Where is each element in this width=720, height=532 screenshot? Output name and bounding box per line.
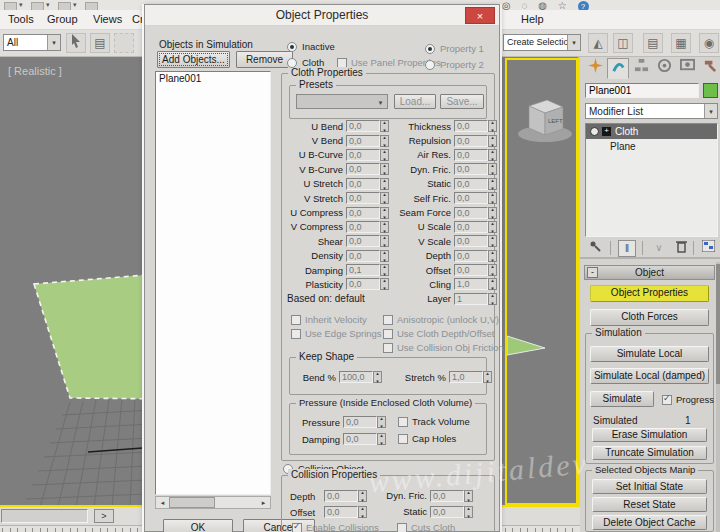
value-field[interactable]: 0,0 xyxy=(346,120,380,132)
checkbox-icon[interactable] xyxy=(292,523,302,532)
select-by-name-icon[interactable]: ▤ xyxy=(90,33,110,53)
tab-motion[interactable] xyxy=(653,58,675,79)
checkbox-icon[interactable] xyxy=(291,315,301,325)
save-button[interactable]: Save... xyxy=(440,94,484,109)
value-field[interactable]: 0,0 xyxy=(454,163,488,175)
spinner-arrows-icon[interactable] xyxy=(488,120,497,132)
spinner-arrows-icon[interactable] xyxy=(488,135,497,147)
selection-region-icon[interactable] xyxy=(114,33,134,53)
named-selection-set-combo[interactable]: Create Selection Se▾ xyxy=(503,34,581,51)
simulate-local-button[interactable]: Simulate Local xyxy=(590,346,709,362)
tab-create[interactable] xyxy=(584,58,606,79)
chevron-down-icon[interactable]: ▾ xyxy=(567,35,580,50)
value-field[interactable]: 0,0 xyxy=(454,264,488,276)
spinner-arrows-icon[interactable] xyxy=(488,235,497,247)
value-field[interactable]: 100,0 xyxy=(339,371,373,383)
checkbox-anisotropic-unlock-u-v-[interactable]: Anisotropic (unlock U,V) xyxy=(383,314,504,328)
value-field[interactable]: 0,0 xyxy=(454,250,488,262)
checkbox-enable-collisions[interactable]: Enable Collisions xyxy=(292,522,379,532)
tab-modify[interactable] xyxy=(607,58,629,79)
progress-checkbox[interactable]: Progress xyxy=(662,394,714,408)
value-field[interactable]: 0,0 xyxy=(346,192,380,204)
presets-dropdown[interactable]: ▾ xyxy=(296,94,388,109)
show-end-result-icon[interactable]: ‖ xyxy=(618,240,636,257)
spinner-arrows-icon[interactable] xyxy=(380,278,389,290)
radio-icon[interactable] xyxy=(425,44,435,54)
value-field[interactable]: 0,0 xyxy=(454,221,488,233)
spinner-arrows-icon[interactable] xyxy=(488,278,497,290)
selection-filter-dropdown[interactable]: All▾ xyxy=(3,34,61,51)
spinner-arrows-icon[interactable] xyxy=(483,371,492,383)
button-reset-state[interactable]: Reset State xyxy=(592,497,707,512)
checkbox-icon[interactable] xyxy=(398,417,408,427)
cloth-forces-button[interactable]: Cloth Forces xyxy=(590,309,709,326)
expand-icon[interactable]: + xyxy=(602,127,611,136)
spinner-arrows-icon[interactable] xyxy=(380,135,389,147)
spinner-arrows-icon[interactable] xyxy=(380,250,389,262)
radio-icon[interactable] xyxy=(287,58,297,68)
tab-hierarchy[interactable] xyxy=(630,58,652,79)
value-field[interactable]: 0,0 xyxy=(454,149,488,161)
checkbox-icon[interactable] xyxy=(383,329,393,339)
add-objects-button[interactable]: Add Objects... xyxy=(157,51,230,68)
menu-help[interactable]: Help xyxy=(521,13,544,25)
scrollbar-thumb[interactable] xyxy=(716,264,720,384)
radio-property-1[interactable]: Property 1 xyxy=(425,43,484,57)
load-button[interactable]: Load... xyxy=(394,94,436,109)
value-field[interactable]: 0,0 xyxy=(454,192,488,204)
align-icon[interactable]: ◫ xyxy=(613,33,633,53)
spinner-arrows-icon[interactable] xyxy=(380,235,389,247)
value-field[interactable]: 0,0 xyxy=(430,506,464,518)
button-set-initial-state[interactable]: Set Initial State xyxy=(592,479,707,494)
mirror-icon[interactable]: ◭ xyxy=(588,33,608,53)
erase-simulation-button[interactable]: Erase Simulation xyxy=(592,428,707,442)
value-field[interactable]: 0,0 xyxy=(346,250,380,262)
spinner-arrows-icon[interactable] xyxy=(488,221,497,233)
pin-stack-icon[interactable] xyxy=(586,240,604,257)
list-item[interactable]: Plane001 xyxy=(156,72,270,85)
value-field[interactable]: 1 xyxy=(454,293,488,305)
workspace-icon[interactable] xyxy=(85,2,98,10)
radio-inactive[interactable]: Inactive xyxy=(287,41,335,55)
radio-property-2[interactable]: Property 2 xyxy=(425,59,484,73)
value-field[interactable]: 0,0 xyxy=(454,235,488,247)
tab-display[interactable] xyxy=(676,58,698,79)
spinner-arrows-icon[interactable] xyxy=(488,293,497,305)
value-field[interactable]: 0,1 xyxy=(346,264,380,276)
checkbox-icon[interactable] xyxy=(397,523,407,532)
menu-views[interactable]: Views xyxy=(93,13,122,25)
value-field[interactable]: 0,0 xyxy=(343,416,377,428)
dialog-title[interactable]: Object Properties xyxy=(145,5,499,26)
next-frame-button[interactable]: > xyxy=(94,509,114,523)
layer-manager-icon[interactable]: ▤ xyxy=(643,33,663,53)
remove-modifier-icon[interactable] xyxy=(672,240,690,257)
horizontal-scrollbar[interactable]: ◂ ▸ xyxy=(155,496,271,509)
scrollbar-thumb[interactable] xyxy=(169,497,215,508)
radio-icon[interactable] xyxy=(425,60,435,70)
scroll-left-icon[interactable]: ◂ xyxy=(156,497,169,508)
checkbox-icon[interactable] xyxy=(383,343,393,353)
object-name-field[interactable] xyxy=(585,83,699,98)
time-slider[interactable] xyxy=(1,509,88,523)
object-rollout-header[interactable]: - Object xyxy=(584,265,715,280)
menu-tools[interactable]: Tools xyxy=(8,13,34,25)
value-field[interactable]: 0,0 xyxy=(430,490,464,502)
simulate-local-damped-button[interactable]: Simulate Local (damped) xyxy=(590,368,709,384)
make-unique-icon[interactable]: ∨ xyxy=(650,240,668,257)
spinner-arrows-icon[interactable] xyxy=(380,207,389,219)
spinner-arrows-icon[interactable] xyxy=(380,192,389,204)
menu-group[interactable]: Group xyxy=(47,13,78,25)
spinner-arrows-icon[interactable] xyxy=(488,192,497,204)
radio-icon[interactable] xyxy=(287,42,297,52)
spinner-arrows-icon[interactable] xyxy=(488,149,497,161)
value-field[interactable]: 0,0 xyxy=(343,433,377,445)
spinner-arrows-icon[interactable] xyxy=(373,371,382,383)
button-delete-object-cache[interactable]: Delete Object Cache xyxy=(592,515,707,530)
spinner-arrows-icon[interactable] xyxy=(358,506,367,518)
chevron-down-icon[interactable]: ▾ xyxy=(704,104,717,118)
checkbox-use-edge-springs[interactable]: Use Edge Springs xyxy=(291,328,383,342)
viewcube[interactable]: LEFT xyxy=(515,90,575,150)
checkbox-use-cloth-depth-offset[interactable]: Use Cloth Depth/Offset xyxy=(383,328,504,342)
truncate-simulation-button[interactable]: Truncate Simulation xyxy=(592,446,707,460)
curve-editor-icon[interactable]: ◉ xyxy=(699,33,719,53)
